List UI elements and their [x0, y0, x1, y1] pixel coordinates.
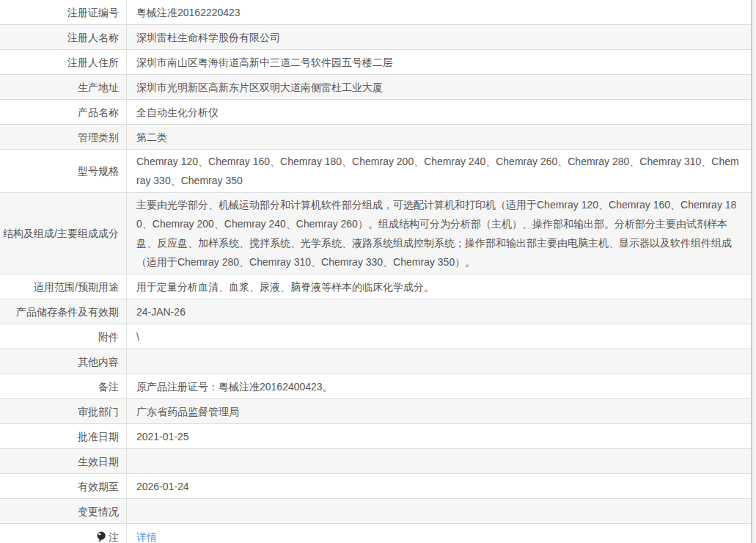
row-label: 产品储存条件及有效期 — [0, 299, 127, 324]
row-label: 其他内容 — [0, 349, 127, 373]
row-label: 结构及组成/主要组成成分 — [0, 193, 127, 274]
row-value — [127, 449, 751, 473]
tip-icon — [96, 531, 106, 543]
row-remarks: 备注 原产品注册证号：粤械注准20162400423。 — [0, 374, 751, 399]
row-other-content: 其他内容 — [0, 349, 751, 374]
row-cert-number: 注册证编号 粤械注准20162220423 — [0, 0, 751, 25]
row-value: 第二类 — [127, 125, 751, 149]
row-label: 生产地址 — [0, 75, 127, 99]
row-storage-validity: 产品储存条件及有效期 24-JAN-26 — [0, 299, 751, 324]
row-value: 用于定量分析血清、血浆、尿液、脑脊液等样本的临床化学成分。 — [127, 274, 751, 299]
row-value: 2026-01-24 — [127, 474, 751, 498]
row-value: 详情 — [127, 524, 751, 543]
row-value: 24-JAN-26 — [127, 299, 751, 324]
row-value: Chemray 120、Chemray 160、Chemray 180、Chem… — [127, 150, 751, 192]
row-model-spec: 型号规格 Chemray 120、Chemray 160、Chemray 180… — [0, 150, 751, 193]
row-registrant-address: 注册人住所 深圳市南山区粤海街道高新中三道二号软件园五号楼二层 — [0, 50, 751, 75]
row-label: 注 — [0, 524, 127, 543]
row-label: 备注 — [0, 374, 127, 398]
row-note: 注 详情 — [0, 524, 751, 543]
row-value: 深圳雷杜生命科学股份有限公司 — [127, 25, 751, 49]
row-registrant-name: 注册人名称 深圳雷杜生命科学股份有限公司 — [0, 25, 751, 50]
row-label: 产品名称 — [0, 100, 127, 124]
row-value: 2021-01-25 — [127, 424, 751, 448]
row-value: 全自动生化分析仪 — [127, 100, 751, 124]
row-label: 批准日期 — [0, 424, 127, 448]
row-label: 管理类别 — [0, 125, 127, 149]
row-expiry-date: 有效期至 2026-01-24 — [0, 474, 751, 499]
row-effective-date: 生效日期 — [0, 449, 751, 474]
row-value — [127, 499, 751, 523]
row-product-name: 产品名称 全自动生化分析仪 — [0, 100, 751, 125]
row-value: \ — [127, 324, 751, 349]
row-value: 主要由光学部分、机械运动部分和计算机软件部分组成，可选配计算机和打印机（适用于C… — [127, 193, 751, 274]
row-label: 有效期至 — [0, 474, 127, 498]
row-structure-composition: 结构及组成/主要组成成分 主要由光学部分、机械运动部分和计算机软件部分组成，可选… — [0, 193, 751, 274]
row-value: 深圳市光明新区高新东片区双明大道南侧雷杜工业大厦 — [127, 75, 751, 99]
row-value — [127, 349, 751, 373]
row-change-status: 变更情况 — [0, 499, 751, 524]
row-value: 深圳市南山区粤海街道高新中三道二号软件园五号楼二层 — [127, 50, 751, 74]
details-link[interactable]: 详情 — [136, 528, 157, 543]
note-label: 注 — [109, 529, 119, 543]
row-label: 注册人名称 — [0, 25, 127, 49]
row-value: 原产品注册证号：粤械注准20162400423。 — [127, 374, 751, 398]
row-attachment: 附件 \ — [0, 324, 751, 349]
row-label: 注册证编号 — [0, 0, 127, 24]
row-label: 附件 — [0, 324, 127, 349]
row-value: 广东省药品监督管理局 — [127, 399, 751, 423]
row-label: 适用范围/预期用途 — [0, 274, 127, 299]
row-intended-use: 适用范围/预期用途 用于定量分析血清、血浆、尿液、脑脊液等样本的临床化学成分。 — [0, 274, 751, 299]
row-label: 注册人住所 — [0, 50, 127, 74]
row-label: 审批部门 — [0, 399, 127, 423]
row-label: 型号规格 — [0, 150, 127, 192]
row-approval-department: 审批部门 广东省药品监督管理局 — [0, 399, 751, 424]
row-management-class: 管理类别 第二类 — [0, 125, 751, 150]
row-approval-date: 批准日期 2021-01-25 — [0, 424, 751, 449]
row-production-address: 生产地址 深圳市光明新区高新东片区双明大道南侧雷杜工业大厦 — [0, 75, 751, 100]
row-label: 变更情况 — [0, 499, 127, 523]
row-value: 粤械注准20162220423 — [127, 0, 751, 24]
registration-info-table: 注册证编号 粤械注准20162220423 注册人名称 深圳雷杜生命科学股份有限… — [0, 0, 752, 543]
row-label: 生效日期 — [0, 449, 127, 473]
